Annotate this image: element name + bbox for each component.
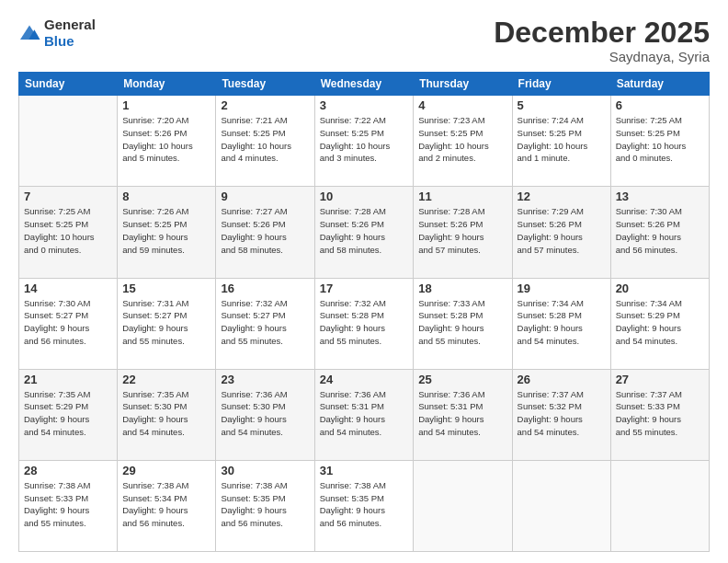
day-number: 4 — [418, 98, 506, 112]
calendar-cell: 11Sunrise: 7:28 AM Sunset: 5:26 PM Dayli… — [414, 187, 512, 278]
col-wednesday: Wednesday — [314, 73, 414, 96]
calendar-cell — [512, 460, 610, 551]
col-monday: Monday — [118, 73, 216, 96]
day-info: Sunrise: 7:25 AM Sunset: 5:25 PM Dayligh… — [24, 205, 112, 256]
logo: General Blue — [18, 17, 96, 50]
calendar-cell: 21Sunrise: 7:35 AM Sunset: 5:29 PM Dayli… — [19, 369, 118, 460]
day-number: 26 — [518, 373, 606, 386]
day-number: 29 — [122, 464, 210, 477]
logo-text: General Blue — [44, 17, 96, 50]
calendar-cell — [19, 96, 118, 187]
day-number: 6 — [616, 98, 704, 112]
day-info: Sunrise: 7:35 AM Sunset: 5:30 PM Dayligh… — [122, 388, 210, 439]
day-info: Sunrise: 7:30 AM Sunset: 5:27 PM Dayligh… — [24, 297, 112, 348]
calendar-table: Sunday Monday Tuesday Wednesday Thursday… — [18, 72, 710, 552]
day-info: Sunrise: 7:38 AM Sunset: 5:35 PM Dayligh… — [221, 479, 309, 530]
calendar-cell — [610, 460, 709, 551]
calendar-week-2: 7Sunrise: 7:25 AM Sunset: 5:25 PM Daylig… — [19, 187, 710, 278]
day-info: Sunrise: 7:23 AM Sunset: 5:25 PM Dayligh… — [418, 114, 506, 165]
day-info: Sunrise: 7:35 AM Sunset: 5:29 PM Dayligh… — [24, 388, 112, 439]
day-number: 14 — [24, 282, 112, 295]
day-number: 25 — [418, 373, 506, 386]
calendar-cell: 19Sunrise: 7:34 AM Sunset: 5:28 PM Dayli… — [512, 278, 610, 369]
day-info: Sunrise: 7:33 AM Sunset: 5:28 PM Dayligh… — [418, 297, 506, 348]
calendar-cell: 6Sunrise: 7:25 AM Sunset: 5:25 PM Daylig… — [610, 96, 709, 187]
day-number: 23 — [221, 373, 309, 386]
calendar-cell: 2Sunrise: 7:21 AM Sunset: 5:25 PM Daylig… — [216, 96, 314, 187]
calendar-cell: 24Sunrise: 7:36 AM Sunset: 5:31 PM Dayli… — [314, 369, 414, 460]
day-number: 1 — [122, 98, 210, 112]
day-number: 2 — [221, 98, 309, 112]
day-info: Sunrise: 7:20 AM Sunset: 5:26 PM Dayligh… — [122, 114, 210, 165]
calendar-cell: 3Sunrise: 7:22 AM Sunset: 5:25 PM Daylig… — [314, 96, 414, 187]
col-tuesday: Tuesday — [216, 73, 314, 96]
col-friday: Friday — [512, 73, 610, 96]
calendar-cell: 18Sunrise: 7:33 AM Sunset: 5:28 PM Dayli… — [414, 278, 512, 369]
calendar-cell — [414, 460, 512, 551]
day-info: Sunrise: 7:31 AM Sunset: 5:27 PM Dayligh… — [122, 297, 210, 348]
logo-blue: Blue — [44, 33, 74, 49]
day-info: Sunrise: 7:28 AM Sunset: 5:26 PM Dayligh… — [418, 205, 506, 256]
calendar-cell: 15Sunrise: 7:31 AM Sunset: 5:27 PM Dayli… — [118, 278, 216, 369]
day-info: Sunrise: 7:36 AM Sunset: 5:31 PM Dayligh… — [418, 388, 506, 439]
calendar-cell: 16Sunrise: 7:32 AM Sunset: 5:27 PM Dayli… — [216, 278, 314, 369]
day-info: Sunrise: 7:34 AM Sunset: 5:28 PM Dayligh… — [518, 297, 606, 348]
day-info: Sunrise: 7:21 AM Sunset: 5:25 PM Dayligh… — [221, 114, 309, 165]
calendar-cell: 29Sunrise: 7:38 AM Sunset: 5:34 PM Dayli… — [118, 460, 216, 551]
col-thursday: Thursday — [414, 73, 512, 96]
calendar-cell: 22Sunrise: 7:35 AM Sunset: 5:30 PM Dayli… — [118, 369, 216, 460]
calendar-cell: 23Sunrise: 7:36 AM Sunset: 5:30 PM Dayli… — [216, 369, 314, 460]
calendar-cell: 17Sunrise: 7:32 AM Sunset: 5:28 PM Dayli… — [314, 278, 414, 369]
day-number: 8 — [122, 190, 210, 203]
day-number: 13 — [616, 190, 704, 203]
day-info: Sunrise: 7:37 AM Sunset: 5:33 PM Dayligh… — [616, 388, 704, 439]
day-info: Sunrise: 7:32 AM Sunset: 5:27 PM Dayligh… — [221, 297, 309, 348]
page-header: General Blue December 2025 Saydnaya, Syr… — [18, 17, 710, 64]
day-number: 17 — [320, 282, 409, 295]
calendar-cell: 30Sunrise: 7:38 AM Sunset: 5:35 PM Dayli… — [216, 460, 314, 551]
day-number: 11 — [418, 190, 506, 203]
calendar-cell: 20Sunrise: 7:34 AM Sunset: 5:29 PM Dayli… — [610, 278, 709, 369]
day-info: Sunrise: 7:24 AM Sunset: 5:25 PM Dayligh… — [518, 114, 606, 165]
day-number: 21 — [24, 373, 112, 386]
calendar-header-row: Sunday Monday Tuesday Wednesday Thursday… — [19, 73, 710, 96]
day-number: 24 — [320, 373, 409, 386]
day-info: Sunrise: 7:27 AM Sunset: 5:26 PM Dayligh… — [221, 205, 309, 256]
calendar-cell: 26Sunrise: 7:37 AM Sunset: 5:32 PM Dayli… — [512, 369, 610, 460]
day-number: 28 — [24, 464, 112, 477]
calendar-cell: 5Sunrise: 7:24 AM Sunset: 5:25 PM Daylig… — [512, 96, 610, 187]
day-info: Sunrise: 7:38 AM Sunset: 5:34 PM Dayligh… — [122, 479, 210, 530]
calendar-cell: 31Sunrise: 7:38 AM Sunset: 5:35 PM Dayli… — [314, 460, 414, 551]
calendar-week-1: 1Sunrise: 7:20 AM Sunset: 5:26 PM Daylig… — [19, 96, 710, 187]
col-saturday: Saturday — [610, 73, 709, 96]
day-info: Sunrise: 7:34 AM Sunset: 5:29 PM Dayligh… — [616, 297, 704, 348]
day-info: Sunrise: 7:36 AM Sunset: 5:30 PM Dayligh… — [221, 388, 309, 439]
day-number: 9 — [221, 190, 309, 203]
day-number: 20 — [616, 282, 704, 295]
day-number: 22 — [122, 373, 210, 386]
calendar-cell: 7Sunrise: 7:25 AM Sunset: 5:25 PM Daylig… — [19, 187, 118, 278]
day-number: 15 — [122, 282, 210, 295]
day-info: Sunrise: 7:37 AM Sunset: 5:32 PM Dayligh… — [518, 388, 606, 439]
day-info: Sunrise: 7:26 AM Sunset: 5:25 PM Dayligh… — [122, 205, 210, 256]
day-number: 7 — [24, 190, 112, 203]
calendar-cell: 12Sunrise: 7:29 AM Sunset: 5:26 PM Dayli… — [512, 187, 610, 278]
calendar-cell: 1Sunrise: 7:20 AM Sunset: 5:26 PM Daylig… — [118, 96, 216, 187]
calendar-cell: 10Sunrise: 7:28 AM Sunset: 5:26 PM Dayli… — [314, 187, 414, 278]
title-block: December 2025 Saydnaya, Syria — [494, 17, 710, 64]
day-number: 30 — [221, 464, 309, 477]
calendar-cell: 9Sunrise: 7:27 AM Sunset: 5:26 PM Daylig… — [216, 187, 314, 278]
day-info: Sunrise: 7:36 AM Sunset: 5:31 PM Dayligh… — [320, 388, 409, 439]
calendar-cell: 4Sunrise: 7:23 AM Sunset: 5:25 PM Daylig… — [414, 96, 512, 187]
logo-general: General — [44, 17, 96, 32]
calendar-week-3: 14Sunrise: 7:30 AM Sunset: 5:27 PM Dayli… — [19, 278, 710, 369]
day-number: 31 — [320, 464, 409, 477]
day-number: 3 — [320, 98, 409, 112]
day-info: Sunrise: 7:28 AM Sunset: 5:26 PM Dayligh… — [320, 205, 409, 256]
calendar-week-5: 28Sunrise: 7:38 AM Sunset: 5:33 PM Dayli… — [19, 460, 710, 551]
day-number: 19 — [518, 282, 606, 295]
day-number: 10 — [320, 190, 409, 203]
col-sunday: Sunday — [19, 73, 118, 96]
calendar-cell: 27Sunrise: 7:37 AM Sunset: 5:33 PM Dayli… — [610, 369, 709, 460]
calendar-cell: 8Sunrise: 7:26 AM Sunset: 5:25 PM Daylig… — [118, 187, 216, 278]
